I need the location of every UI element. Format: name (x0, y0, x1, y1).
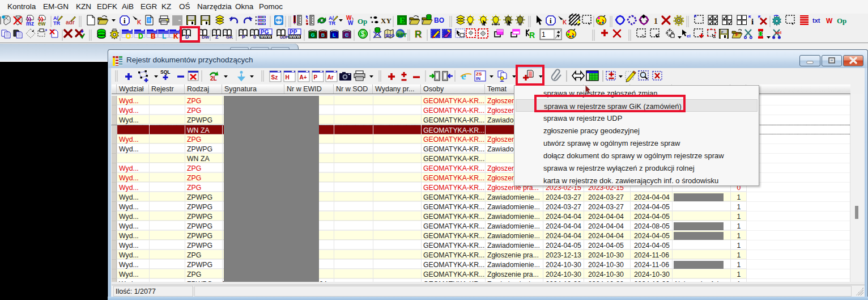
svg-text:SDO: SDO (385, 33, 394, 38)
svg-text:WWW: WWW (260, 35, 271, 39)
svg-text:el: el (687, 33, 691, 39)
svg-text:i: i (124, 16, 126, 25)
svg-text:P: P (242, 34, 245, 40)
svg-text:sel: sel (775, 30, 781, 35)
svg-text:L: L (162, 32, 166, 40)
svg-text:$: $ (361, 30, 365, 38)
svg-text:K: K (137, 19, 142, 26)
svg-text:Z: Z (215, 34, 219, 40)
svg-text:K: K (563, 19, 567, 26)
svg-text:UDP: UDP (280, 35, 288, 39)
svg-text:GST: GST (396, 32, 407, 38)
svg-text:TR: TR (53, 20, 60, 26)
svg-text:WWW: WWW (289, 35, 300, 39)
svg-text:W: W (348, 20, 354, 26)
svg-text:PP: PP (290, 29, 297, 35)
svg-text:txt: txt (812, 17, 820, 24)
svg-text:PG: PG (261, 29, 269, 35)
svg-text:G: G (311, 32, 315, 38)
svg-text:GK: GK (226, 35, 233, 40)
svg-text:0: 0 (253, 34, 256, 40)
svg-text:DW: DW (202, 35, 210, 40)
svg-text:L: L (333, 32, 335, 38)
svg-text:1: 1 (542, 31, 546, 39)
svg-text:B: B (321, 32, 325, 38)
svg-text:F: F (721, 31, 724, 34)
svg-text:XY: XY (381, 16, 392, 25)
svg-text:R: R (415, 29, 422, 40)
svg-text:K: K (173, 32, 178, 40)
svg-text:O: O (126, 32, 131, 40)
svg-text:k: k (306, 19, 308, 23)
svg-text:TR: TR (329, 20, 335, 26)
svg-text:i: i (550, 16, 552, 25)
svg-text:1: 1 (654, 17, 658, 26)
svg-text:adr: adr (66, 19, 75, 26)
svg-text:R: R (529, 31, 535, 40)
svg-text:i: i (751, 17, 754, 26)
svg-text:Op: Op (837, 16, 846, 25)
svg-text:D: D (138, 32, 143, 40)
svg-text:mz: mz (26, 20, 34, 27)
svg-text:E: E (399, 16, 405, 25)
svg-text:W: W (826, 17, 833, 25)
svg-text:B: B (151, 32, 156, 40)
svg-text:ew: ew (38, 20, 46, 27)
svg-text:F: F (735, 32, 739, 37)
svg-text:...: ... (203, 17, 206, 20)
svg-text:C: C (345, 32, 348, 38)
svg-text:BO: BO (434, 16, 444, 24)
svg-text:Op: Op (358, 17, 367, 26)
